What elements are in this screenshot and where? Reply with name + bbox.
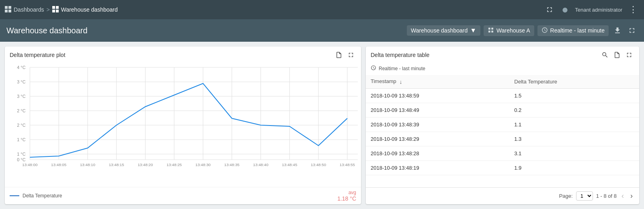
table-row: 2018-10-09 13:48:391.1 bbox=[366, 117, 639, 132]
table-row: 2018-10-09 13:48:283.1 bbox=[366, 146, 639, 160]
chart-fullscreen-button[interactable] bbox=[346, 51, 356, 59]
chart-widget: Delta temperature plot bbox=[5, 47, 361, 204]
delta-temp-cell: 3.1 bbox=[509, 146, 639, 160]
svg-rect-2 bbox=[5, 10, 8, 12]
delta-temp-cell: 0.2 bbox=[509, 103, 639, 117]
time-filter[interactable]: Realtime - last minute bbox=[537, 25, 609, 36]
page-select[interactable]: 1 bbox=[576, 191, 593, 201]
svg-text:13:48:50: 13:48:50 bbox=[311, 162, 326, 167]
clock-icon bbox=[541, 27, 548, 34]
data-table: Timestamp ↓ Delta Temperature 2018-10-09… bbox=[366, 75, 639, 175]
entity-filter[interactable]: Warehouse A bbox=[484, 25, 534, 36]
download-button[interactable] bbox=[612, 25, 623, 36]
chart-title: Delta temperature plot bbox=[10, 52, 334, 58]
table-realtime-label: Realtime - last minute bbox=[379, 66, 425, 71]
breadcrumb-separator: > bbox=[47, 6, 50, 13]
svg-rect-10 bbox=[488, 30, 490, 32]
delta-temp-cell: 1.1 bbox=[509, 117, 639, 132]
legend-avg: avg 1.18 °C bbox=[337, 190, 356, 202]
table-export-button[interactable] bbox=[612, 51, 622, 59]
table-header-row: Timestamp ↓ Delta Temperature bbox=[366, 75, 639, 88]
entity-filter-label: Warehouse A bbox=[496, 27, 530, 34]
chart-legend: Delta Temperature avg 1.18 °C bbox=[5, 187, 361, 204]
sub-header-right: Warehouse dashboard ▼ Warehouse A Realti… bbox=[407, 25, 638, 36]
svg-text:4 °C: 4 °C bbox=[17, 65, 26, 70]
svg-text:13:48:30: 13:48:30 bbox=[195, 162, 211, 167]
chart-widget-header: Delta temperature plot bbox=[5, 47, 361, 63]
svg-rect-1 bbox=[8, 6, 11, 9]
timestamp-cell: 2018-10-09 13:48:29 bbox=[366, 132, 509, 146]
delta-temp-cell: 1.9 bbox=[509, 160, 639, 175]
entity-icon bbox=[488, 27, 494, 34]
timestamp-cell: 2018-10-09 13:48:59 bbox=[366, 88, 509, 103]
timestamp-column-header[interactable]: Timestamp ↓ bbox=[366, 75, 509, 88]
more-options-button[interactable]: ⋮ bbox=[627, 3, 639, 16]
sub-header: Warehouse dashboard Warehouse dashboard … bbox=[0, 19, 644, 42]
table-title: Delta temperature table bbox=[371, 52, 600, 58]
svg-text:13:48:40: 13:48:40 bbox=[253, 162, 269, 167]
timestamp-cell: 2018-10-09 13:48:28 bbox=[366, 146, 509, 160]
table-head: Timestamp ↓ Delta Temperature bbox=[366, 75, 639, 88]
delta-temp-column-header[interactable]: Delta Temperature bbox=[509, 75, 639, 88]
table-actions bbox=[600, 51, 634, 59]
main-content: Delta temperature plot bbox=[0, 42, 644, 209]
table-search-button[interactable] bbox=[600, 51, 610, 59]
svg-text:2 °C: 2 °C bbox=[17, 123, 26, 128]
timestamp-cell: 2018-10-09 13:48:19 bbox=[366, 160, 509, 175]
legend-line bbox=[10, 195, 19, 196]
svg-rect-11 bbox=[491, 30, 493, 32]
dashboards-link[interactable]: Dashboards bbox=[14, 6, 44, 13]
dashboard-selector[interactable]: Warehouse dashboard ▼ bbox=[407, 25, 480, 36]
table-row: 2018-10-09 13:48:490.2 bbox=[366, 103, 639, 117]
grid-icon bbox=[5, 6, 11, 14]
current-page-label: Warehouse dashboard bbox=[61, 6, 118, 13]
user-avatar-button[interactable]: ● bbox=[560, 2, 570, 18]
svg-rect-0 bbox=[5, 6, 8, 9]
page-label: Page: bbox=[559, 193, 573, 199]
svg-text:13:48:00: 13:48:00 bbox=[22, 162, 37, 167]
table-area: Timestamp ↓ Delta Temperature 2018-10-09… bbox=[366, 75, 639, 187]
table-clock-icon bbox=[371, 65, 376, 72]
svg-rect-9 bbox=[491, 28, 493, 30]
fullscreen-button-2[interactable] bbox=[626, 25, 638, 36]
timestamp-cell: 2018-10-09 13:48:39 bbox=[366, 117, 509, 132]
table-row: 2018-10-09 13:48:591.5 bbox=[366, 88, 639, 103]
table-widget-header: Delta temperature table bbox=[366, 47, 639, 63]
svg-text:13:48:05: 13:48:05 bbox=[51, 162, 66, 167]
grid-icon-2 bbox=[52, 6, 59, 14]
table-fullscreen-button[interactable] bbox=[624, 51, 634, 59]
delta-temp-cell: 1.3 bbox=[509, 132, 639, 146]
table-widget: Delta temperature table Realtime - last … bbox=[366, 47, 639, 204]
svg-text:13:48:10: 13:48:10 bbox=[80, 162, 95, 167]
sort-icon: ↓ bbox=[399, 79, 402, 85]
svg-text:3 °C: 3 °C bbox=[17, 94, 26, 99]
page-title: Warehouse dashboard bbox=[6, 26, 88, 35]
table-row: 2018-10-09 13:48:291.3 bbox=[366, 132, 639, 146]
table-row: 2018-10-09 13:48:191.9 bbox=[366, 160, 639, 175]
svg-text:1 °C: 1 °C bbox=[17, 138, 26, 142]
svg-text:3 °C: 3 °C bbox=[17, 80, 26, 84]
dashboard-selector-label: Warehouse dashboard bbox=[411, 27, 468, 34]
delta-temp-cell: 1.5 bbox=[509, 88, 639, 103]
prev-page-button[interactable]: ‹ bbox=[620, 191, 626, 201]
legend-label: Delta Temperature bbox=[23, 193, 62, 199]
top-nav-right: ● Tenant administrator ⋮ bbox=[544, 2, 639, 18]
time-filter-label: Realtime - last minute bbox=[550, 27, 605, 34]
svg-text:13:48:55: 13:48:55 bbox=[340, 162, 355, 167]
table-pagination: Page: 1 1 - 8 of 8 ‹ › bbox=[366, 187, 639, 204]
timestamp-cell: 2018-10-09 13:48:49 bbox=[366, 103, 509, 117]
svg-rect-5 bbox=[56, 6, 59, 9]
chart-export-button[interactable] bbox=[334, 51, 344, 59]
svg-text:13:48:35: 13:48:35 bbox=[224, 162, 240, 167]
top-nav: Dashboards > Warehouse dashboard ● Tenan… bbox=[0, 0, 644, 19]
svg-rect-8 bbox=[488, 28, 490, 30]
user-label: Tenant administrator bbox=[575, 7, 622, 13]
svg-rect-4 bbox=[52, 6, 55, 9]
svg-text:0 °C: 0 °C bbox=[17, 158, 26, 162]
svg-rect-3 bbox=[8, 10, 11, 12]
fullscreen-button[interactable] bbox=[544, 4, 555, 15]
next-page-button[interactable]: › bbox=[629, 191, 634, 201]
chart-svg: 4 °C 3 °C 3 °C 2 °C 2 °C 1 °C 1 °C 0 °C bbox=[8, 63, 358, 168]
chart-area: 4 °C 3 °C 3 °C 2 °C 2 °C 1 °C 1 °C 0 °C bbox=[5, 63, 361, 187]
avg-value: 1.18 °C bbox=[337, 195, 356, 202]
